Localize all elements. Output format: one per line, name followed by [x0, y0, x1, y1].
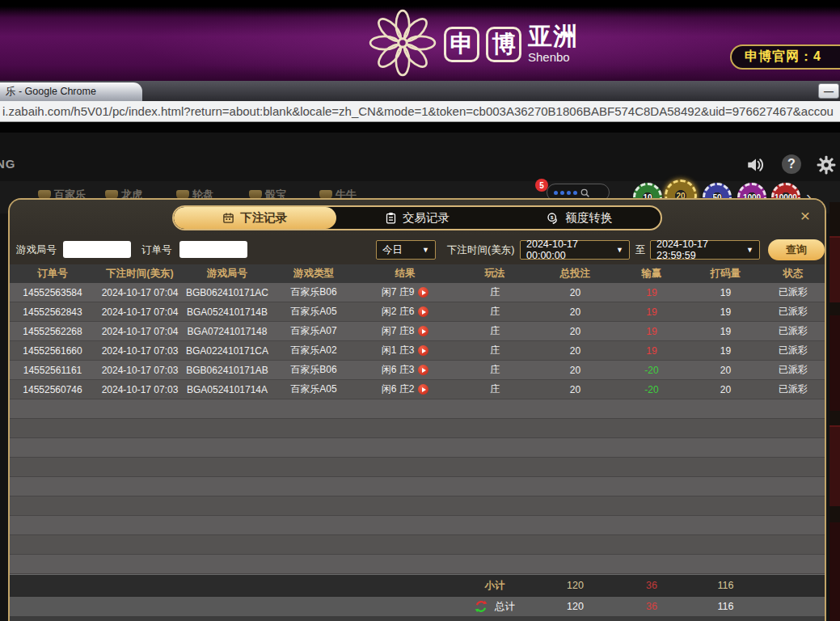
result-text: 闲6 庄3 — [382, 363, 415, 377]
cell-result: 闲7 庄9 — [357, 285, 453, 299]
empty-table-row — [10, 399, 825, 419]
empty-table-row — [10, 535, 825, 555]
tab-label: 下注记录 — [240, 210, 287, 226]
game-topbar: NG ? — [0, 133, 840, 181]
total-label: 总计 — [495, 600, 515, 614]
cell-game-round: BGA07241017148 — [184, 326, 270, 337]
modal-footer-fill — [10, 616, 825, 621]
to-label: 至 — [635, 243, 646, 257]
chevron-down-icon: ▼ — [616, 246, 623, 254]
replay-play-icon[interactable] — [418, 326, 428, 336]
cell-result: 闲6 庄2 — [357, 382, 453, 396]
refresh-icon[interactable] — [475, 600, 488, 613]
result-text: 闲7 庄9 — [382, 285, 415, 299]
subtotal-label: 小计 — [453, 579, 537, 593]
volume-icon[interactable] — [745, 154, 766, 175]
replay-play-icon[interactable] — [418, 287, 428, 298]
tab-label: 额度转换 — [565, 210, 612, 226]
table-header: 订单号下注时间(美东)游戏局号游戏类型结果玩法总投注输赢打码量状态 — [10, 264, 825, 283]
dot — [567, 191, 571, 195]
chevron-down-icon: ▼ — [422, 246, 429, 254]
address-bar[interactable]: i.zabaih.com/h5V01/pc/index.html?return=… — [0, 101, 840, 122]
cell-total-bet: 20 — [537, 365, 614, 376]
cell-turnover: 19 — [690, 326, 762, 337]
cell-total-bet: 20 — [537, 345, 614, 357]
tab-bet-records[interactable]: 下注记录 — [174, 207, 336, 229]
cell-total-bet: 20 — [537, 287, 614, 298]
cell-game-type: 百家乐A05 — [270, 382, 357, 396]
cell-result: 闲1 庄3 — [357, 344, 453, 357]
tab-group: 下注记录 交易记录 $ — [172, 205, 662, 230]
order-no-label: 订单号 — [141, 243, 172, 257]
column-header: 玩法 — [453, 267, 537, 281]
divider — [0, 122, 840, 133]
date-to-select[interactable]: 2024-10-17 23:59:59 ▼ — [650, 240, 760, 260]
cell-bet-time: 2024-10-17 07:04 — [95, 306, 184, 318]
calendar-icon — [222, 212, 234, 224]
replay-play-icon[interactable] — [418, 306, 428, 317]
search-button[interactable]: 查询 — [768, 239, 825, 260]
replay-play-icon[interactable] — [418, 365, 428, 375]
total-row: 总计 120 36 116 — [10, 596, 825, 616]
help-icon[interactable]: ? — [782, 154, 801, 174]
minimize-button[interactable]: — — [818, 83, 839, 99]
cell-order-no: 14552563584 — [10, 287, 95, 298]
flower-logo-icon — [368, 8, 437, 78]
table-row: 14552561161 2024-10-17 07:03 BGB06241017… — [10, 361, 825, 380]
result-text: 闲1 庄3 — [382, 344, 415, 357]
cell-turnover: 19 — [690, 306, 762, 318]
cell-order-no: 14552561660 — [10, 345, 95, 357]
cell-game-type: 百家乐A02 — [270, 344, 357, 357]
column-header: 总投注 — [537, 267, 614, 281]
result-text: 闲2 庄6 — [382, 305, 415, 319]
empty-table-row — [10, 555, 825, 574]
cell-play-type: 庄 — [453, 344, 537, 357]
cell-play-type: 庄 — [453, 324, 537, 338]
cell-game-round: BGA022410171CA — [184, 345, 270, 357]
quick-range-select[interactable]: 今日 ▼ — [376, 240, 436, 260]
site-header: 申 博 亚洲 Shenbo 申博官网：4 — [0, 0, 840, 81]
settings-gear-icon[interactable] — [816, 154, 837, 175]
empty-table-row — [10, 419, 825, 438]
column-header: 游戏局号 — [184, 267, 270, 281]
tab-transaction-records[interactable]: 交易记录 — [336, 207, 499, 229]
empty-table-row — [10, 438, 825, 458]
close-icon[interactable]: × — [800, 207, 810, 224]
brand-en: Shenbo — [528, 51, 578, 63]
subtotal-bet: 120 — [537, 580, 614, 591]
cell-bet-time: 2024-10-17 07:04 — [95, 326, 184, 337]
total-turnover: 116 — [690, 601, 762, 612]
replay-play-icon[interactable] — [418, 384, 428, 395]
empty-table-row — [10, 496, 825, 516]
column-header: 结果 — [357, 267, 453, 281]
brand-region: 亚洲 — [528, 24, 578, 49]
column-header: 输赢 — [614, 267, 690, 281]
cell-order-no: 14552561161 — [10, 365, 95, 376]
column-header: 打码量 — [690, 267, 762, 281]
replay-play-icon[interactable] — [418, 345, 428, 356]
records-modal: 下注记录 交易记录 $ — [8, 198, 826, 621]
cell-play-type: 庄 — [453, 363, 537, 377]
tab-label: 交易记录 — [403, 210, 450, 226]
table-row: 14552563584 2024-10-17 07:04 BGB06241017… — [10, 283, 825, 302]
cell-turnover: 20 — [690, 384, 762, 395]
result-text: 闲7 庄8 — [382, 324, 415, 338]
column-header: 游戏类型 — [270, 267, 357, 281]
order-no-input[interactable] — [179, 241, 247, 258]
tab-credit-transfer[interactable]: $ 额度转换 — [498, 207, 661, 229]
cell-status: 已派彩 — [762, 344, 825, 357]
dot — [573, 191, 577, 195]
date-from-value: 2024-10-17 00:00:00 — [526, 239, 611, 261]
screen: 申 博 亚洲 Shenbo 申博官网：4 乐 - Google Chrome —… — [0, 0, 840, 621]
cell-total-bet: 20 — [537, 306, 614, 318]
cell-winloss: -20 — [614, 365, 690, 376]
cell-result: 闲6 庄3 — [357, 363, 453, 377]
cell-result: 闲7 庄8 — [357, 324, 453, 338]
cell-turnover: 20 — [690, 365, 762, 376]
quick-range-value: 今日 — [382, 243, 403, 257]
subtotal-turnover: 116 — [690, 580, 762, 591]
official-site-badge[interactable]: 申博官网：4 — [730, 44, 840, 70]
dot — [560, 191, 564, 195]
game-round-input[interactable] — [63, 241, 131, 258]
date-from-select[interactable]: 2024-10-17 00:00:00 ▼ — [520, 240, 630, 260]
